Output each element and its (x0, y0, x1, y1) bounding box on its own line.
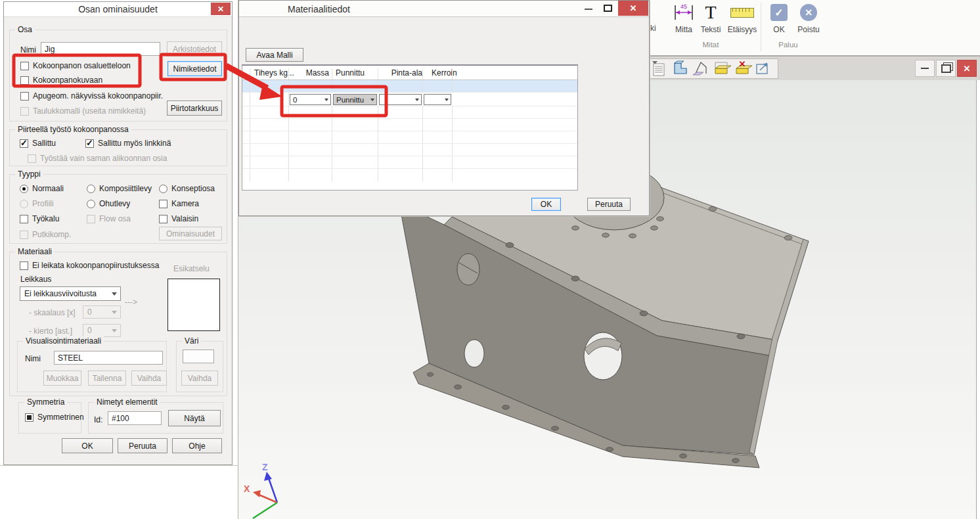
section-hatch-dropdown[interactable]: Ei leikkausviivoitusta (20, 286, 121, 301)
checkbox-flow-osa[interactable]: Flow osa (87, 214, 131, 223)
open-box-icon[interactable] (715, 62, 731, 74)
axis-y-line (253, 503, 277, 518)
close-button-material-dialog[interactable]: ✕ (618, 1, 648, 16)
checkbox-tyokalu[interactable]: Työkalu (20, 214, 59, 223)
radio-komposiittilevy[interactable]: Komposiittilevy (87, 184, 152, 193)
maximize-icon-material-dialog[interactable] (604, 5, 612, 12)
material-name-input[interactable]: STEEL (54, 351, 163, 365)
part-name-input[interactable]: Jig (41, 42, 160, 56)
close-button-part-dialog[interactable]: ✕ (211, 3, 231, 15)
ruler-icon (723, 1, 762, 24)
color-swatch[interactable] (183, 350, 214, 363)
cancel-button-material-dialog[interactable]: Peruuta (587, 198, 631, 211)
delete-box-icon[interactable]: ✕ (736, 59, 752, 74)
checkbox-putkikomp[interactable]: Putkikomp. (20, 230, 71, 239)
change-color-button[interactable]: Vaihda (181, 371, 218, 386)
col-massa[interactable]: Massa (305, 68, 329, 78)
properties-button[interactable]: Ominaisuudet (159, 227, 222, 240)
close-button-model-window[interactable]: ✕ (957, 60, 977, 77)
col-kerroin[interactable]: Kerroin (432, 68, 457, 78)
axis-triad: Z X (244, 462, 277, 518)
window-divider (0, 465, 238, 466)
preview-box (167, 279, 220, 331)
radio-konseptiosa[interactable]: Konseptiosa (159, 184, 215, 193)
pinta-ala-dropdown[interactable] (379, 94, 422, 105)
model-window-toolbar: ✕ (649, 58, 778, 79)
open-model-button[interactable]: Avaa Malli (246, 48, 303, 62)
rotation-dropdown[interactable]: 0 (83, 324, 121, 337)
table-row[interactable] (242, 156, 577, 169)
sheet-bend-icon[interactable] (693, 62, 706, 75)
scale-label: - skaalaus [x] (29, 308, 76, 317)
ok-button-material-dialog[interactable]: OK (531, 198, 561, 211)
document-list-icon[interactable] (654, 64, 664, 76)
restore-button-model-window[interactable] (936, 60, 956, 77)
nimi-label: Nimi (20, 45, 36, 55)
export-icon[interactable] (757, 63, 767, 74)
save-material-button[interactable]: Tallenna (88, 371, 126, 386)
checkbox-assembly-drawing[interactable]: Kokoonpanokuvaan (20, 76, 102, 85)
archive-info-button[interactable]: Arkistotiedot (167, 41, 222, 56)
help-button-part-dialog[interactable]: Ohje (172, 438, 222, 453)
part-properties-dialog: Osan ominaisuudet ✕ Osa Nimi Jig Arkisto… (3, 1, 233, 465)
svg-text:✕: ✕ (739, 59, 746, 69)
col-punnittu[interactable]: Punnittu (336, 68, 365, 78)
material-table: Tiheys kg... Massa Punnittu Pinta-ala Ke… (242, 64, 578, 191)
checkbox-table-model[interactable]: Taulukkomalli (useita nimikkeitä) (20, 106, 146, 116)
cancel-button-part-dialog[interactable]: Peruuta (118, 438, 167, 453)
model-hole-through-left (464, 340, 484, 367)
material-info-dialog: Materiaalitiedot ✕ Avaa Malli Tiheys kg.… (238, 0, 650, 216)
table-header-row: Tiheys kg... Massa Punnittu Pinta-ala Ke… (242, 66, 577, 80)
material-dialog-title: Materiaalitiedot (288, 4, 350, 14)
radio-profiili[interactable]: Profiili (20, 199, 54, 208)
preview-label: Esikatselu (173, 264, 210, 273)
part-dialog-titlebar[interactable]: Osan ominaisuudet ✕ (4, 2, 232, 17)
massa-dropdown[interactable]: 0 (290, 94, 331, 105)
ribbon-group-paluu: Paluu (749, 41, 828, 49)
checkbox-helper-geometry[interactable]: Apugeom. näkyvissä kokoonpanopiir. (20, 91, 163, 101)
table-row[interactable] (242, 131, 577, 144)
axis-x-label: X (244, 484, 250, 494)
checkbox-sallittu[interactable]: Sallittu (20, 139, 56, 148)
minimize-button-model-window[interactable] (915, 60, 935, 77)
ribbon-partial-label: ki (650, 24, 656, 33)
checkbox-ei-leikata[interactable]: Ei leikata kokoonpanopiirustuksessa (20, 261, 159, 270)
model-hole-disc (457, 254, 479, 285)
ribbon-group-mitat: Mitat (671, 41, 750, 49)
id-input[interactable]: #100 (108, 411, 162, 425)
text-tool-icon: T (696, 1, 725, 24)
table-row[interactable] (242, 169, 577, 181)
ok-check-icon: ✓ (770, 4, 788, 21)
table-row-edit: 0 Punnittu (242, 93, 577, 106)
exit-x-icon: ✕ (800, 4, 817, 21)
kerroin-dropdown[interactable] (424, 94, 451, 105)
checkbox-valaisin[interactable]: Valaisin (159, 214, 198, 223)
scale-dropdown[interactable]: 0 (83, 305, 121, 319)
table-row-selected[interactable] (242, 80, 577, 93)
show-button[interactable]: Näytä (168, 410, 221, 426)
drawing-accuracy-button[interactable]: Piirtotarkkuus (167, 101, 222, 116)
table-row[interactable] (242, 106, 577, 119)
part-model-icon[interactable] (675, 61, 686, 74)
checkbox-symmetrinen[interactable]: Symmetrinen (25, 413, 84, 422)
section-label: Leikkaus (20, 275, 51, 284)
table-row[interactable] (242, 144, 577, 156)
col-pinta-ala[interactable]: Pinta-ala (388, 68, 422, 78)
checkbox-assembly-partlist[interactable]: Kokoonpanon osaluetteloon (20, 61, 131, 70)
checkbox-kamera[interactable]: Kamera (159, 199, 199, 208)
radio-ohutlevy[interactable]: Ohutlevy (87, 199, 130, 208)
change-material-button[interactable]: Vaihda (131, 371, 167, 386)
ok-button-part-dialog[interactable]: OK (62, 438, 113, 453)
radio-normaali[interactable]: Normaali (20, 184, 64, 193)
edit-material-button[interactable]: Muokkaa (43, 371, 81, 386)
axis-z-arrow (264, 472, 272, 481)
minimize-icon-material-dialog[interactable] (585, 9, 592, 10)
axis-z-label: Z (262, 462, 268, 472)
punnittu-dropdown[interactable]: Punnittu (333, 94, 377, 105)
checkbox-tyosta-alikoonta[interactable]: Työstää vain saman alikoonnan osia (28, 154, 167, 163)
table-row[interactable] (242, 119, 577, 131)
item-data-button[interactable]: Nimiketiedot (167, 61, 222, 76)
material-dialog-titlebar[interactable]: Materiaalitiedot ✕ (239, 1, 649, 17)
dimension-icon: 45 (667, 1, 700, 24)
checkbox-sallittu-linkkina[interactable]: Sallittu myös linkkinä (85, 139, 171, 148)
